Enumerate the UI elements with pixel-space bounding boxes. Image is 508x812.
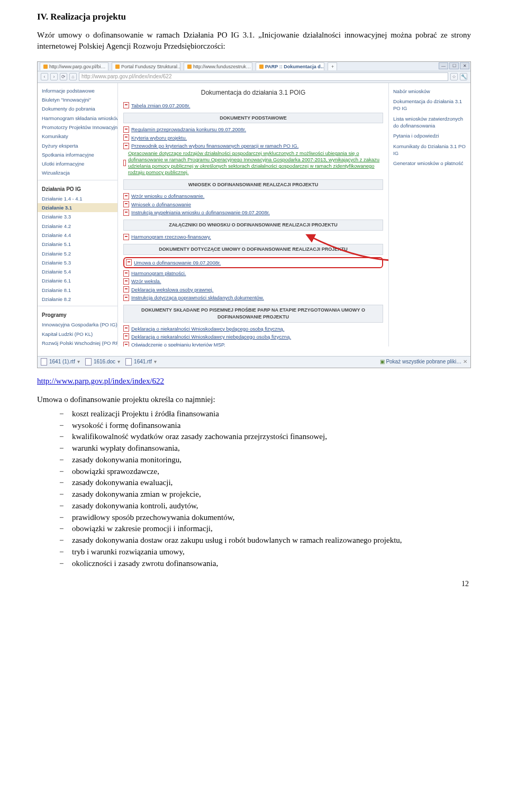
list-item: koszt realizacji Projektu i źródła finan… xyxy=(59,408,471,420)
sidebar-item[interactable]: Dokumenty do pobrania xyxy=(38,104,117,113)
sidebar-item[interactable]: Działanie 5.1 xyxy=(38,240,117,249)
new-tab-button[interactable]: + xyxy=(328,62,337,71)
right-sidebar-item[interactable]: Lista wniosków zatwierdzonych do dofinan… xyxy=(393,114,466,131)
document-link[interactable]: Opracowanie dotyczące rodzajów działalno… xyxy=(123,150,383,176)
pdf-icon xyxy=(123,295,129,301)
paragraph: Umowa o dofinansowanie projektu określa … xyxy=(37,394,471,405)
list-item: warunki wypłaty dofinansowania, xyxy=(59,443,471,454)
sidebar-item[interactable]: Innowacyjna Gospodarka (PO IG) xyxy=(38,320,117,329)
document-link[interactable]: Instrukcja dotycząca poprawności składan… xyxy=(123,294,383,302)
pdf-icon xyxy=(126,259,132,266)
home-button[interactable]: ⌂ xyxy=(69,73,77,80)
document-link[interactable]: Przewodnik po kryteriach wyboru finansow… xyxy=(123,142,383,150)
document-link[interactable]: Harmonogram płatności. xyxy=(123,269,383,277)
intro-paragraph: Wzór umowy o dofinansowanie w ramach Dzi… xyxy=(37,30,471,52)
sidebar-item[interactable]: Komunikaty xyxy=(38,132,117,141)
reload-button[interactable]: ⟳ xyxy=(60,73,67,80)
file-icon xyxy=(85,358,92,366)
document-link[interactable]: Deklaracja o niekaralności Wnioskodawcy … xyxy=(123,325,383,333)
page-number: 12 xyxy=(37,579,471,589)
embedded-screenshot: http://www.parp.gov.pl/bi…✕ Portal Fundu… xyxy=(37,61,471,368)
right-sidebar-item[interactable]: Dokumentacja do działania 3.1 PO IG xyxy=(393,96,466,114)
download-item[interactable]: 1616.doc▾ xyxy=(85,358,120,366)
sidebar-item[interactable]: Działanie 1.4 - 4.1 xyxy=(38,194,117,203)
sidebar-item[interactable]: Działanie 8.2 xyxy=(38,295,117,304)
source-url-link[interactable]: http://www.parp.gov.pl/index/index/622 xyxy=(37,377,164,385)
file-icon xyxy=(41,358,47,366)
pdf-icon xyxy=(123,209,129,216)
pdf-icon xyxy=(123,325,129,332)
sidebar-item[interactable]: Działanie 4.4 xyxy=(38,231,117,240)
list-item: zasady dokonywania zmian w projekcie, xyxy=(59,489,471,500)
back-button[interactable]: ‹ xyxy=(41,73,48,80)
forward-button[interactable]: › xyxy=(50,73,58,80)
sidebar-item[interactable]: Biuletyn "Innowacyjni" xyxy=(38,95,117,104)
list-item: tryb i warunki rozwiązania umowy, xyxy=(59,546,471,558)
sidebar-item[interactable]: Spotkania informacyjne xyxy=(38,150,117,159)
list-item: wysokość i formę dofinansowania xyxy=(59,420,471,432)
sidebar-item[interactable]: Działanie 8.1 xyxy=(38,286,117,295)
bookmark-icon[interactable]: ☆ xyxy=(450,73,458,80)
sidebar-item[interactable]: Działanie 5.3 xyxy=(38,258,117,267)
close-window-button[interactable]: ✕ xyxy=(460,62,469,69)
sidebar-item[interactable]: Działanie 5.2 xyxy=(38,249,117,258)
sidebar-item[interactable]: Kapitał Ludzki (PO KL) xyxy=(38,330,117,339)
sidebar-item[interactable]: Dyżury eksperta xyxy=(38,141,117,150)
sidebar-item[interactable]: Ulotki informacyjne xyxy=(38,159,117,168)
show-all-downloads[interactable]: ▣ Pokaż wszystkie pobrane pliki… ✕ xyxy=(380,358,467,366)
document-link[interactable]: Kryteria wyboru projektu. xyxy=(123,134,383,142)
minimize-button[interactable]: — xyxy=(439,62,448,69)
document-link[interactable]: Wniosek o dofinansowanie xyxy=(123,200,383,208)
section-header: DOKUMENTY PODSTAWOWE xyxy=(123,113,383,124)
document-link[interactable]: Wzór wniosku o dofinansowanie. xyxy=(123,192,383,200)
download-item[interactable]: 1641.rtf▾ xyxy=(125,358,157,366)
sidebar-item[interactable]: Działanie 3.3 xyxy=(38,212,117,221)
sidebar-item[interactable]: Działanie 4.2 xyxy=(38,222,117,231)
browser-tab[interactable]: Portal Funduszy Struktural…✕ xyxy=(112,62,180,71)
section-header: WNIOSEK O DOFINANSOWANIE REALIZACJI PROJ… xyxy=(123,179,383,190)
document-link[interactable]: Deklaracja o niekaralności Wnioskodawcy … xyxy=(123,333,383,341)
pdf-icon xyxy=(123,126,129,133)
pdf-icon xyxy=(123,270,129,277)
file-icon xyxy=(125,358,132,366)
sidebar-item[interactable]: Informacje podstawowe xyxy=(38,86,117,95)
right-sidebar-item[interactable]: Pytania i odpowiedzi xyxy=(393,131,466,141)
document-link[interactable]: Oświadczenie o spełnianiu kryteriów MSP. xyxy=(123,341,383,346)
close-icon[interactable]: ✕ xyxy=(107,64,108,69)
wrench-icon[interactable]: 🔧 xyxy=(460,73,467,80)
downloads-bar: 1641 (1).rtf▾ 1616.doc▾ 1641.rtf▾ ▣ Poka… xyxy=(38,356,470,368)
document-link[interactable]: Regulamin przeprowadzania konkursu 09.07… xyxy=(123,125,383,133)
document-link[interactable]: Deklaracja wekslowa osoby prawnej. xyxy=(123,286,383,294)
download-item[interactable]: 1641 (1).rtf▾ xyxy=(41,358,80,366)
sidebar-item[interactable]: Rozwój Polski Wschodniej (PO RPW) xyxy=(38,339,117,346)
document-link[interactable]: Wzór weksla. xyxy=(123,277,383,285)
list-item: prawidłowy sposób przechowywania dokumen… xyxy=(59,512,471,524)
sidebar-item[interactable]: Wizualizacja xyxy=(38,168,117,177)
document-link[interactable]: Tabela zmian 09.07.2008r. xyxy=(123,102,383,110)
pdf-icon xyxy=(123,193,129,199)
list-item: zasady dokonywania ewaluacji, xyxy=(59,477,471,489)
sidebar-heading: Działania PO IG xyxy=(38,183,117,194)
pdf-icon xyxy=(123,333,129,340)
sidebar-item[interactable]: Działanie 6.1 xyxy=(38,276,117,285)
sidebar-item[interactable]: Promotorzy Projektów Innowacyjnych xyxy=(38,123,117,132)
browser-tab-active[interactable]: PARP :: Dokumentacja d…✕ xyxy=(256,62,324,71)
list-item: zasady dokonywania monitoringu, xyxy=(59,454,471,466)
url-field[interactable]: http://www.parp.gov.pl/index/index/622 xyxy=(79,72,448,81)
sidebar-item[interactable]: Harmonogram składania wniosków xyxy=(38,114,117,123)
tab-label: http://www.funduszestruk… xyxy=(193,64,251,69)
list-item: obowiązki sprawozdawcze, xyxy=(59,466,471,478)
sidebar-item[interactable]: Działanie 5.4 xyxy=(38,267,117,276)
browser-tab[interactable]: http://www.funduszestruk…✕ xyxy=(184,62,252,71)
document-link[interactable]: Instrukcja wypełniania wniosku o dofinan… xyxy=(123,208,383,216)
sidebar-item[interactable]: Działanie 3.1 xyxy=(38,203,117,212)
right-sidebar-item[interactable]: Komunikaty do Działania 3.1 PO IG xyxy=(393,141,466,159)
browser-tab[interactable]: http://www.parp.gov.pl/bi…✕ xyxy=(40,62,108,71)
list-item: obowiązki w zakresie promocji i informac… xyxy=(59,523,471,535)
maximize-button[interactable]: ☐ xyxy=(449,62,459,69)
right-sidebar-item[interactable]: Nabór wniosków xyxy=(393,86,466,96)
pdf-icon xyxy=(123,143,129,149)
sidebar-heading: Programy xyxy=(38,308,117,320)
right-sidebar-item[interactable]: Generator wniosków o płatność xyxy=(393,158,466,168)
pdf-icon xyxy=(123,286,129,293)
